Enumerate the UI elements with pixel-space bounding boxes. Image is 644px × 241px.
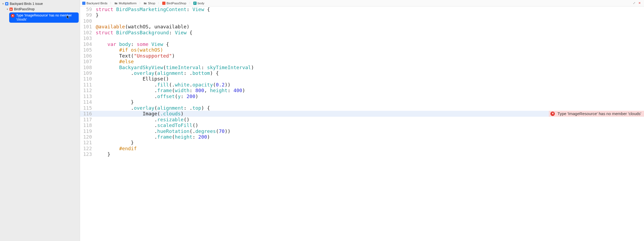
crumb-3[interactable]: BirdPassShop 〉: [162, 1, 193, 5]
crumb-0[interactable]: Backyard Birds 〉: [82, 1, 114, 5]
issue-navigator-sidebar: ▾ Backyard Birds 1 issue ▾ BirdPassShop …: [0, 0, 80, 241]
line-number: 104: [80, 41, 96, 47]
code-line[interactable]: 104 var body: some View {: [80, 41, 644, 47]
code-content[interactable]: @available(watchOS, unavailable): [96, 24, 190, 29]
code-line[interactable]: 102struct BirdPassBackground: View {: [80, 30, 644, 35]
code-content[interactable]: Image(.clouds): [96, 111, 184, 116]
line-number: 123: [80, 151, 96, 157]
line-number: 115: [80, 105, 96, 111]
code-line[interactable]: 120 .frame(height: 200): [80, 134, 644, 140]
swift-icon: [162, 2, 165, 5]
line-number: 107: [80, 59, 96, 64]
code-content[interactable]: }: [96, 99, 134, 105]
svg-text:P: P: [194, 2, 196, 5]
code-content[interactable]: #endif: [96, 146, 137, 151]
code-line[interactable]: 121 }: [80, 140, 644, 145]
chevron-right-icon: 〉: [110, 1, 113, 5]
code-line[interactable]: 119 .hueRotation(.degrees(70)): [80, 128, 644, 134]
line-number: 112: [80, 88, 96, 93]
code-content[interactable]: .offset(y: 200): [96, 93, 198, 99]
file-group-row[interactable]: ▾ BirdPassShop: [0, 6, 80, 12]
code-content[interactable]: .resizable(): [96, 117, 190, 122]
code-content[interactable]: #if os(watchOS): [96, 47, 163, 53]
code-line[interactable]: 59struct BirdPassMarketingContent: View …: [80, 6, 644, 12]
code-content[interactable]: }: [96, 151, 110, 157]
error-icon: ✕: [550, 112, 555, 116]
svg-rect-7: [82, 2, 85, 5]
crumb-2[interactable]: Shop 〉: [144, 1, 162, 5]
line-number: 114: [80, 99, 96, 105]
crumb-label: BirdPassShop: [167, 2, 186, 5]
code-content[interactable]: .overlay(alignment: .bottom) {: [96, 70, 219, 76]
line-number: 116: [80, 111, 96, 116]
property-icon: P: [193, 2, 197, 5]
close-icon[interactable]: ✕: [638, 1, 641, 5]
chevron-right-icon: 〉: [158, 1, 161, 5]
project-issue-row[interactable]: ▾ Backyard Birds 1 issue: [0, 1, 80, 6]
code-content[interactable]: .frame(height: 200): [96, 134, 210, 140]
chevron-right-icon: 〉: [139, 1, 142, 5]
line-number: 100: [80, 18, 96, 24]
code-content[interactable]: }: [96, 12, 99, 18]
code-line[interactable]: 110 Ellipse(): [80, 76, 644, 82]
code-content[interactable]: BackyardSkyView(timeInterval: skyTimeInt…: [96, 65, 254, 70]
code-content[interactable]: struct BirdPassBackground: View {: [96, 30, 192, 35]
expand-icon[interactable]: ⤢: [632, 1, 636, 5]
code-content[interactable]: Text("Unsupported"): [96, 53, 175, 59]
crumb-label: Backyard Birds: [87, 2, 107, 5]
code-line[interactable]: 118 .scaledToFill(): [80, 122, 644, 128]
code-line[interactable]: 116 Image(.clouds)✕Type 'ImageResource' …: [80, 111, 644, 116]
crumb-label: body: [198, 2, 204, 5]
issue-error-item[interactable]: Type 'ImageResource' has no member 'clou…: [9, 12, 79, 23]
chevron-down-icon[interactable]: ▾: [6, 8, 9, 11]
code-line[interactable]: 100: [80, 18, 644, 24]
code-line[interactable]: 123 }: [80, 151, 644, 157]
project-issue-label: Backyard Birds 1 issue: [10, 2, 43, 6]
chevron-down-icon[interactable]: ▾: [2, 2, 4, 5]
code-content[interactable]: .scaledToFill(): [96, 122, 198, 128]
crumb-4[interactable]: P body: [193, 2, 204, 5]
inline-error-banner[interactable]: ✕Type 'ImageResource' has no member 'clo…: [549, 111, 644, 116]
line-number: 105: [80, 47, 96, 53]
breadcrumb: Backyard Birds 〉 Multiplatform 〉 Shop 〉 …: [80, 0, 644, 6]
code-editor[interactable]: 59struct BirdPassMarketingContent: View …: [80, 6, 644, 241]
code-content[interactable]: .fill(.white.opacity(0.2)): [96, 82, 231, 88]
swift-file-icon: [9, 7, 13, 11]
line-number: 102: [80, 30, 96, 35]
code-line[interactable]: 103: [80, 35, 644, 41]
code-line[interactable]: 109 .overlay(alignment: .bottom) {: [80, 70, 644, 76]
code-line[interactable]: 122 #endif: [80, 146, 644, 151]
code-line[interactable]: 112 .frame(width: 800, height: 400): [80, 88, 644, 93]
folder-icon: [144, 2, 147, 5]
line-number: 101: [80, 24, 96, 29]
code-content[interactable]: .overlay(alignment: .top) {: [96, 105, 210, 111]
svg-rect-8: [162, 2, 165, 5]
code-line[interactable]: 117 .resizable(): [80, 117, 644, 122]
code-line[interactable]: 106 Text("Unsupported"): [80, 53, 644, 59]
code-line[interactable]: 113 .offset(y: 200): [80, 93, 644, 99]
code-line[interactable]: 99}: [80, 12, 644, 18]
code-content[interactable]: var body: some View {: [96, 41, 169, 47]
file-group-label: BirdPassShop: [14, 7, 35, 11]
crumb-label: Shop: [148, 2, 155, 5]
code-line[interactable]: 111 .fill(.white.opacity(0.2)): [80, 82, 644, 88]
line-number: 113: [80, 93, 96, 99]
code-content[interactable]: #else: [96, 59, 134, 64]
code-content[interactable]: }: [96, 140, 134, 145]
code-line[interactable]: 105 #if os(watchOS): [80, 47, 644, 53]
line-number: 59: [80, 6, 96, 12]
code-content[interactable]: struct BirdPassMarketingContent: View {: [96, 6, 210, 12]
code-content[interactable]: .hueRotation(.degrees(70)): [96, 128, 231, 134]
code-content[interactable]: Ellipse(): [96, 76, 169, 82]
line-number: 122: [80, 146, 96, 151]
line-number: 103: [80, 35, 96, 41]
code-line[interactable]: 115 .overlay(alignment: .top) {: [80, 105, 644, 111]
code-line[interactable]: 108 BackyardSkyView(timeInterval: skyTim…: [80, 65, 644, 70]
app-icon: [82, 2, 85, 5]
chevron-right-icon: 〉: [189, 1, 192, 5]
code-line[interactable]: 107 #else: [80, 59, 644, 64]
code-content[interactable]: .frame(width: 800, height: 400): [96, 88, 245, 93]
code-line[interactable]: 101@available(watchOS, unavailable): [80, 24, 644, 29]
code-line[interactable]: 114 }: [80, 99, 644, 105]
crumb-1[interactable]: Multiplatform 〉: [114, 1, 144, 5]
